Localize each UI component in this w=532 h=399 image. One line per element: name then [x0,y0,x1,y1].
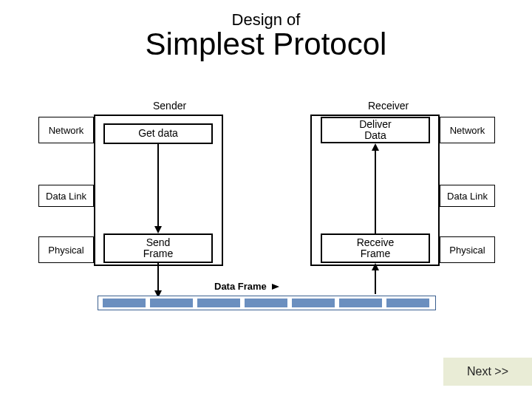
layer-physical-right: Physical [440,236,495,263]
layer-datalink-left: Data Link [38,185,94,207]
channel-segment [245,299,287,307]
send-frame-box: Send Frame [103,233,213,263]
channel-segment [292,299,335,307]
sender-arrow-line-2 [157,263,159,291]
channel-segment [197,299,240,307]
send-frame-label: Send Frame [143,237,173,260]
get-data-label: Get data [138,128,178,139]
channel-segment [386,299,429,307]
receiver-arrow-head-1 [372,263,379,270]
next-button-label: Next >> [467,365,508,378]
get-data-box: Get data [103,123,213,144]
channel-segment [150,299,193,307]
layer-network-right: Network [440,117,495,143]
sender-arrow-head-1 [154,226,162,233]
slide-title: Design of Simplest Protocol [0,0,532,62]
channel [98,296,436,310]
deliver-data-box: Deliver Data [321,117,430,143]
receive-frame-label: Receive Frame [357,237,395,260]
layer-datalink-right: Data Link [440,185,495,207]
sender-arrow-line-1 [157,144,159,227]
receiver-arrow-line-2 [375,151,376,233]
deliver-data-label: Deliver Data [359,119,392,142]
sender-header: Sender [153,100,186,112]
layer-network-left: Network [38,117,94,143]
next-button[interactable]: Next >> [443,358,532,386]
receiver-arrow-head-2 [372,143,379,151]
title-large: Simplest Protocol [0,27,532,62]
layer-physical-left: Physical [38,236,94,263]
channel-segment [339,299,382,307]
channel-segment [103,299,146,307]
receiver-header: Receiver [368,100,409,112]
receive-frame-box: Receive Frame [321,233,430,263]
receiver-arrow-line-1 [375,270,376,294]
data-frame-label: Data Frame [214,281,267,292]
data-frame-arrow-icon [272,284,279,290]
